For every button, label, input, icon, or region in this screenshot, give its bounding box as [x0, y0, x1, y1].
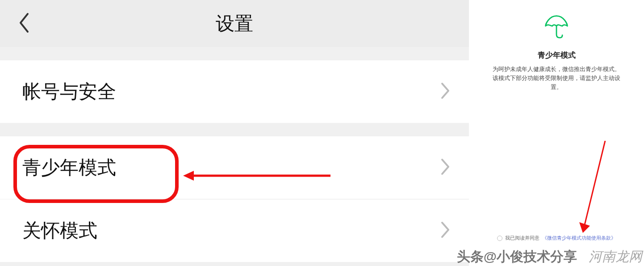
- chevron-left-icon: [18, 12, 30, 35]
- agree-prefix-text: 我已阅读并同意: [505, 235, 539, 241]
- back-button[interactable]: [18, 0, 30, 47]
- watermark-site: 河南龙网: [589, 248, 642, 266]
- chevron-right-icon: [440, 158, 450, 177]
- chevron-right-icon: [440, 82, 450, 101]
- chevron-right-icon: [440, 221, 450, 241]
- settings-row-youth-mode[interactable]: 青少年模式: [0, 136, 469, 199]
- settings-row-label: 关怀模式: [22, 218, 97, 243]
- agree-terms-row: 我已阅读并同意 《微信青少年模式功能使用条款》: [469, 235, 644, 241]
- page-title: 设置: [216, 11, 253, 36]
- youth-mode-title: 青少年模式: [469, 50, 644, 60]
- settings-row-account-security[interactable]: 帐号与安全: [0, 60, 469, 123]
- youth-mode-description: 为呵护未成年人健康成长，微信推出青少年模式。该模式下部分功能将受限制使用，请监护…: [491, 65, 622, 92]
- settings-row-label: 帐号与安全: [22, 79, 116, 104]
- settings-header: 设置: [0, 0, 469, 47]
- section-gap: [0, 47, 469, 60]
- agree-checkbox[interactable]: [497, 236, 502, 241]
- watermark-author: 头条@小俊技术分享: [457, 248, 577, 266]
- youth-mode-panel: 青少年模式 为呵护未成年人健康成长，微信推出青少年模式。该模式下部分功能将受限制…: [469, 0, 644, 266]
- settings-row-care-mode[interactable]: 关怀模式: [0, 199, 469, 262]
- settings-panel: 设置 帐号与安全 青少年模式 关怀模式: [0, 0, 469, 266]
- agree-terms-link[interactable]: 《微信青少年模式功能使用条款》: [542, 235, 616, 241]
- section-gap: [0, 123, 469, 136]
- umbrella-icon: [469, 13, 644, 40]
- settings-row-label: 青少年模式: [22, 155, 116, 180]
